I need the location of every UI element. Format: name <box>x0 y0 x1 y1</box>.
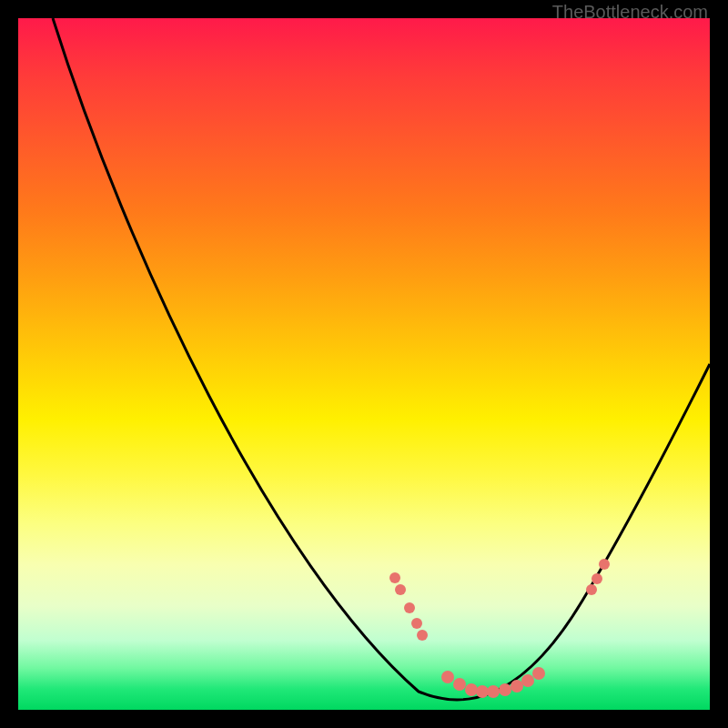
data-marker <box>599 559 610 570</box>
data-marker <box>511 680 523 693</box>
data-marker <box>404 602 415 613</box>
bottleneck-curve <box>53 18 710 700</box>
data-marker <box>592 573 602 584</box>
chart-svg <box>18 18 710 710</box>
data-marker <box>476 685 489 698</box>
data-marker <box>395 584 406 595</box>
attribution-text: TheBottleneck.com <box>552 2 708 23</box>
data-marker <box>532 667 545 680</box>
data-marker <box>521 674 534 687</box>
data-marker <box>389 572 400 583</box>
data-marker <box>586 584 597 595</box>
data-marker <box>487 685 500 698</box>
data-marker <box>441 671 454 683</box>
marker-group <box>389 559 610 698</box>
data-marker <box>417 630 428 641</box>
chart-container: TheBottleneck.com <box>0 0 728 728</box>
data-marker <box>411 618 422 629</box>
data-marker <box>453 678 466 691</box>
data-marker <box>465 683 478 696</box>
data-marker <box>499 683 511 696</box>
